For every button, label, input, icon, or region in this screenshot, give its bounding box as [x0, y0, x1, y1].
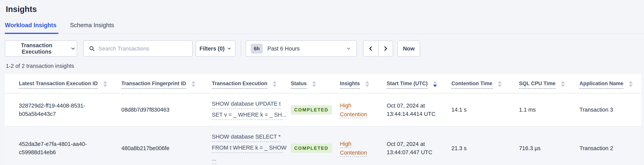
- column-header-label[interactable]: Insights: [340, 81, 360, 89]
- search-icon: [89, 46, 95, 52]
- time-range-label: Past 6 Hours: [267, 46, 346, 52]
- controls-row: Transaction Executions Filters (0) 6h Pa…: [5, 41, 644, 57]
- statement-link[interactable]: FROM t WHERE k = _ SHOW: [212, 144, 283, 153]
- sort-icon: [433, 81, 437, 89]
- cell-application-name: Transaction 3: [580, 93, 641, 126]
- table-row: 328729d2-ff19-4408-8531-b05a5b4e43c7 08d…: [5, 93, 641, 126]
- column-header-insights[interactable]: Insights: [340, 74, 387, 93]
- column-header-transaction-execution[interactable]: Transaction Execution: [212, 74, 291, 93]
- column-header-label[interactable]: SQL CPU Time: [519, 81, 556, 89]
- statement-link[interactable]: ...: [212, 154, 216, 164]
- cell-application-name: Transaction 2: [580, 126, 641, 165]
- table-header-row: Latest Transaction Execution ID Transact…: [5, 74, 641, 93]
- tab-schema-insights[interactable]: Schema Insights: [70, 22, 116, 34]
- insights-table-panel: Latest Transaction Execution ID Transact…: [5, 74, 641, 165]
- cell-sql-cpu-time: 716.3 µs: [519, 126, 580, 165]
- sort-icon: [561, 81, 565, 89]
- column-header-label[interactable]: Application Name: [580, 81, 624, 89]
- filters-button-label: Filters (0): [200, 46, 225, 52]
- sort-icon: [629, 81, 633, 89]
- column-header-label[interactable]: Start Time (UTC): [387, 81, 428, 89]
- time-range-picker[interactable]: 6h Past 6 Hours: [246, 41, 357, 57]
- cell-insights: High Contention: [340, 93, 387, 126]
- statement-link[interactable]: SHOW database SELECT *: [212, 133, 280, 142]
- time-range-next-button[interactable]: [378, 41, 393, 56]
- cell-fingerprint-id: 480a8b217be006fe: [121, 126, 212, 165]
- column-header-label[interactable]: Transaction Execution: [212, 81, 267, 89]
- page-title: Insights: [0, 0, 644, 14]
- column-header-transaction-fingerprint-id[interactable]: Transaction Fingerprint ID: [121, 74, 212, 93]
- time-range-badge: 6h: [251, 44, 263, 54]
- chevron-down-icon: [346, 46, 351, 51]
- chevron-right-icon: [382, 46, 389, 52]
- controls-divider: [241, 41, 241, 56]
- sort-icon: [312, 81, 316, 89]
- cell-contention-time: 21.3 s: [452, 126, 519, 165]
- column-header-label[interactable]: Transaction Fingerprint ID: [121, 81, 186, 89]
- cell-fingerprint-id: 08d8b7d97f830463: [121, 93, 212, 126]
- column-header-sql-cpu-time[interactable]: SQL CPU Time: [519, 74, 580, 93]
- transaction-insights-table: Latest Transaction Execution ID Transact…: [5, 74, 641, 165]
- column-header-label[interactable]: Status: [291, 81, 307, 89]
- search-box: [84, 41, 193, 57]
- chevron-down-icon: [227, 46, 232, 51]
- cell-transaction-execution: SHOW database SELECT * FROM t WHERE k = …: [212, 126, 291, 165]
- cell-sql-cpu-time: 1.1 ms: [519, 93, 580, 126]
- time-range-nav: [363, 41, 393, 57]
- status-badge: COMPLETED: [291, 105, 332, 114]
- tab-workload-insights[interactable]: Workload Insights: [5, 22, 58, 34]
- insight-link[interactable]: High Contention: [340, 141, 367, 156]
- cell-start-time: Oct 07, 2024 at 13:44:14.4414 UTC: [387, 93, 452, 126]
- column-header-label[interactable]: Contention Time: [452, 81, 492, 89]
- cell-transaction-execution: SHOW database UPDATE t SET v = _ WHERE k…: [212, 93, 291, 126]
- sort-icon: [365, 81, 369, 89]
- now-button[interactable]: Now: [398, 41, 420, 57]
- cell-start-time: Oct 07, 2024 at 13:44:07.447 UTC: [387, 126, 452, 165]
- sort-icon: [273, 81, 276, 89]
- cell-contention-time: 14.1 s: [452, 93, 519, 126]
- tab-bar: Workload Insights Schema Insights: [0, 22, 644, 34]
- insight-link[interactable]: High Contention: [340, 102, 367, 117]
- chevron-down-icon: [70, 46, 76, 51]
- table-row: 452da3e7-e7fa-4801-aa40-c59988d14eb6 480…: [5, 126, 641, 165]
- column-header-start-time[interactable]: Start Time (UTC): [387, 74, 452, 93]
- insight-type-select[interactable]: Transaction Executions: [5, 41, 77, 57]
- time-range-prev-button[interactable]: [364, 41, 378, 56]
- statement-link[interactable]: SHOW database UPDATE t: [212, 100, 280, 109]
- statement-link[interactable]: SET v = _ WHERE k = _ SH...: [212, 111, 283, 120]
- filters-button[interactable]: Filters (0): [196, 41, 235, 57]
- results-summary: 1-2 of 2 transaction insights: [6, 62, 644, 69]
- search-input[interactable]: [98, 45, 188, 52]
- cell-status: COMPLETED: [291, 93, 340, 126]
- cell-status: COMPLETED: [291, 126, 340, 165]
- column-header-label[interactable]: Latest Transaction Execution ID: [19, 81, 98, 89]
- column-header-application-name[interactable]: Application Name: [580, 74, 641, 93]
- sort-icon: [103, 81, 107, 89]
- chevron-left-icon: [368, 46, 374, 52]
- column-header-contention-time[interactable]: Contention Time: [452, 74, 519, 93]
- insight-type-select-label: Transaction Executions: [6, 42, 67, 55]
- cell-execution-id: 328729d2-ff19-4408-8531-b05a5b4e43c7: [5, 93, 121, 126]
- sort-icon: [192, 81, 195, 89]
- status-badge: COMPLETED: [291, 144, 332, 153]
- cell-execution-id: 452da3e7-e7fa-4801-aa40-c59988d14eb6: [5, 126, 121, 165]
- column-header-status[interactable]: Status: [291, 74, 340, 93]
- sort-icon: [498, 81, 502, 89]
- column-header-latest-transaction-execution-id[interactable]: Latest Transaction Execution ID: [5, 74, 121, 93]
- cell-insights: High Contention: [340, 126, 387, 165]
